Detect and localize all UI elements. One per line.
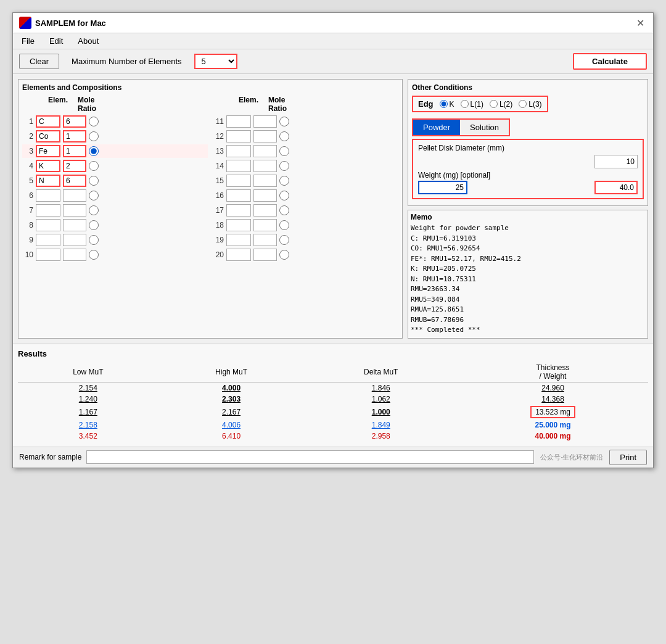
target-radio-20[interactable] xyxy=(279,250,289,260)
target-radio-10[interactable] xyxy=(89,250,99,260)
edge-k-radio[interactable] xyxy=(440,100,448,108)
elem-input-9[interactable] xyxy=(36,234,60,246)
target-radio-3[interactable] xyxy=(89,146,99,156)
mole-input-13[interactable] xyxy=(253,145,277,157)
max-elements-select[interactable]: 3 4 5 6 7 8 9 10 xyxy=(194,54,237,69)
weight-input-1[interactable] xyxy=(418,181,467,194)
elements-left-col: Elem. Mole Ratio 1 2 xyxy=(22,96,208,263)
elements-panel: Elements and Compositions Elem. Mole Rat… xyxy=(18,79,403,339)
elem-input-17[interactable] xyxy=(226,204,251,217)
target-radio-13[interactable] xyxy=(279,146,289,156)
menu-file[interactable]: File xyxy=(19,35,37,47)
elem-col-header: Elem. xyxy=(48,96,73,113)
edge-l1-option[interactable]: L(1) xyxy=(461,100,483,109)
target-radio-19[interactable] xyxy=(279,235,289,245)
table-row: 11 xyxy=(213,115,398,128)
mole-input-1[interactable] xyxy=(63,115,86,128)
elem-input-8[interactable] xyxy=(36,219,60,231)
mole-input-7[interactable] xyxy=(63,204,86,217)
mole-input-9[interactable] xyxy=(63,234,86,246)
elem-input-7[interactable] xyxy=(36,204,60,217)
mole-input-8[interactable] xyxy=(63,219,86,231)
table-row: 4 xyxy=(22,159,208,173)
pellet-diameter-input[interactable] xyxy=(594,155,638,168)
mole-input-2[interactable] xyxy=(63,130,86,142)
elem-input-13[interactable] xyxy=(226,145,251,157)
edge-l2-option[interactable]: L(2) xyxy=(490,100,512,109)
print-button[interactable]: Print xyxy=(609,450,647,465)
elem-input-11[interactable] xyxy=(226,115,251,128)
elem-input-1[interactable] xyxy=(36,115,60,128)
elem-input-18[interactable] xyxy=(226,219,251,231)
target-radio-16[interactable] xyxy=(279,191,289,200)
mole-input-6[interactable] xyxy=(63,189,86,202)
low-mut-2: 1.240 xyxy=(79,395,97,403)
mole-input-20[interactable] xyxy=(253,249,277,261)
target-radio-14[interactable] xyxy=(279,161,289,171)
high-mut-4: 4.006 xyxy=(222,421,240,429)
target-radio-6[interactable] xyxy=(89,191,99,200)
table-row: 1.167 2.167 1.000 13.523 mg xyxy=(18,405,648,419)
edge-k-option[interactable]: K xyxy=(440,100,454,109)
target-radio-2[interactable] xyxy=(89,131,99,141)
mole-input-10[interactable] xyxy=(63,249,86,261)
mole-input-17[interactable] xyxy=(253,204,277,217)
target-radio-18[interactable] xyxy=(279,220,289,230)
edge-l2-label: L(2) xyxy=(500,100,512,109)
mole-input-11[interactable] xyxy=(253,115,277,128)
elem-input-2[interactable] xyxy=(36,130,60,142)
target-radio-1[interactable] xyxy=(89,117,99,126)
elem-input-4[interactable] xyxy=(36,160,60,172)
elem-input-6[interactable] xyxy=(36,189,60,202)
elem-input-10[interactable] xyxy=(36,249,60,261)
calculate-button[interactable]: Calculate xyxy=(573,53,647,70)
mole-input-15[interactable] xyxy=(253,175,277,187)
mole-input-14[interactable] xyxy=(253,160,277,172)
elem-input-14[interactable] xyxy=(226,160,251,172)
results-title: Results xyxy=(18,349,648,358)
target-radio-11[interactable] xyxy=(279,117,289,126)
elem-input-15[interactable] xyxy=(226,175,251,187)
edge-l1-radio[interactable] xyxy=(461,100,469,108)
target-radio-8[interactable] xyxy=(89,220,99,230)
mole-input-19[interactable] xyxy=(253,234,277,246)
target-radio-17[interactable] xyxy=(279,205,289,215)
mole-input-18[interactable] xyxy=(253,219,277,231)
remark-input[interactable] xyxy=(86,450,534,464)
mole-input-3[interactable] xyxy=(63,145,86,157)
elem-input-12[interactable] xyxy=(226,130,251,142)
edge-l3-radio[interactable] xyxy=(519,100,527,108)
col-delta-mut: Delta MuT xyxy=(305,362,458,382)
elem-input-3[interactable] xyxy=(36,145,60,157)
powder-button[interactable]: Powder xyxy=(413,120,460,135)
edge-l1-label: L(1) xyxy=(471,100,483,109)
mole-input-16[interactable] xyxy=(253,189,277,202)
target-radio-9[interactable] xyxy=(89,235,99,245)
target-radio-4[interactable] xyxy=(89,161,99,171)
memo-text: Weight for powder sample C: RMU1=6.31910… xyxy=(411,223,645,336)
edge-l2-radio[interactable] xyxy=(490,100,498,108)
edge-l3-option[interactable]: L(3) xyxy=(519,100,541,109)
mole-input-12[interactable] xyxy=(253,130,277,142)
close-button[interactable]: ✕ xyxy=(634,17,647,29)
elem-input-16[interactable] xyxy=(226,189,251,202)
weight-input-2[interactable] xyxy=(594,181,638,194)
target-radio-12[interactable] xyxy=(279,131,289,141)
mole-input-4[interactable] xyxy=(63,160,86,172)
mole-col-header-r: Mole Ratio xyxy=(268,96,292,113)
elem-input-19[interactable] xyxy=(226,234,251,246)
elem-header-right: Elem. Mole Ratio xyxy=(213,96,398,113)
elem-input-20[interactable] xyxy=(226,249,251,261)
target-radio-7[interactable] xyxy=(89,205,99,215)
elem-input-5[interactable] xyxy=(36,175,60,187)
menu-edit[interactable]: Edit xyxy=(47,35,65,47)
edge-label: Edg xyxy=(418,99,434,109)
mole-input-5[interactable] xyxy=(63,175,86,187)
target-radio-15[interactable] xyxy=(279,176,289,186)
thickness-1: 24.960 xyxy=(541,384,564,392)
solution-button[interactable]: Solution xyxy=(460,120,509,135)
clear-button[interactable]: Clear xyxy=(19,54,59,69)
memo-panel: Memo Weight for powder sample C: RMU1=6.… xyxy=(408,210,648,339)
target-radio-5[interactable] xyxy=(89,176,99,186)
menu-about[interactable]: About xyxy=(75,35,101,47)
